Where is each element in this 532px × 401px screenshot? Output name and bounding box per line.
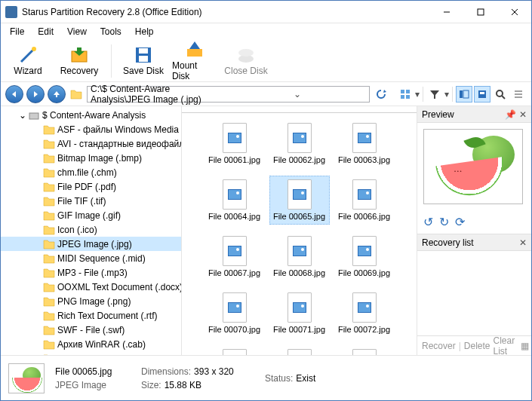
tree-item[interactable]: File TIF (.tif) [1, 194, 181, 208]
file-item[interactable]: File 00073.jpg [204, 345, 265, 355]
filter-button[interactable] [426, 86, 443, 103]
refresh-button[interactable] [373, 86, 389, 103]
tree-item[interactable]: chm.file (.chm) [1, 165, 181, 179]
tree-item-label: SWF - File (.swf) [57, 325, 125, 335]
preview-image: • • • [423, 129, 523, 204]
menu-edit[interactable]: Edit [32, 25, 60, 38]
file-item[interactable]: File 00061.jpg [204, 119, 265, 168]
view-buttons: ▾ ▾ [397, 86, 527, 103]
file-thumbnail [223, 236, 247, 266]
tree-item[interactable]: PNG Image (.png) [1, 294, 181, 308]
dim-value: 393 x 320 [194, 366, 234, 377]
tree-item-label: MIDI Sequence (.mid) [57, 253, 146, 264]
file-item[interactable]: File 00064.jpg [204, 176, 265, 225]
recovery-list[interactable] [417, 251, 531, 335]
back-button[interactable] [5, 85, 23, 103]
search-button[interactable] [492, 86, 509, 103]
file-item[interactable]: File 00063.jpg [334, 119, 395, 168]
close-recoverylist-icon[interactable]: ✕ [519, 237, 527, 248]
size-value: 15.88 KB [165, 380, 201, 390]
view-dropdown[interactable]: ▾ [415, 89, 420, 99]
listview-icon[interactable]: ▦ [521, 341, 529, 351]
panel-preview-toggle[interactable] [474, 86, 490, 103]
rotate-right-icon[interactable]: ↻ [439, 215, 449, 229]
svg-line-29 [502, 96, 505, 99]
file-item[interactable]: File 00066.jpg [334, 176, 395, 225]
file-item[interactable]: File 00068.jpg [269, 232, 330, 281]
menu-file[interactable]: File [4, 25, 30, 38]
collapse-icon[interactable]: ⌄ [17, 110, 28, 121]
clearlist-button[interactable]: Clear List [494, 335, 515, 356]
file-item[interactable]: File 00065.jpg [269, 176, 330, 225]
recovery-label: Recovery [60, 66, 99, 76]
forward-button[interactable] [26, 85, 45, 103]
svg-rect-9 [139, 48, 148, 54]
file-item[interactable]: File 00070.jpg [204, 289, 265, 338]
file-item[interactable]: File 00069.jpg [334, 232, 395, 281]
mountdisk-button[interactable]: Mount Disk [172, 41, 217, 81]
tree-item[interactable]: MP3 - File (.mp3) [1, 265, 181, 280]
tree-item[interactable]: Архив WinRAR (.cab) [1, 337, 181, 351]
minimize-button[interactable] [429, 1, 463, 23]
file-thumbnail [288, 123, 312, 153]
folder-icon [43, 152, 55, 164]
tree-item[interactable]: GIF Image (.gif) [1, 208, 181, 222]
pin-icon[interactable]: 📌 [505, 109, 516, 120]
folder-icon [43, 353, 55, 356]
up-button[interactable] [48, 85, 66, 103]
file-item[interactable]: File 00071.jpg [269, 289, 330, 338]
tree-item[interactable]: SWF - File (.swf) [1, 323, 181, 337]
svg-marker-16 [34, 91, 38, 97]
tree-item[interactable]: OOXML Text Document (.docx) [1, 280, 181, 294]
tree-root[interactable]: ⌄ $ Content-Aware Analysis [1, 108, 181, 122]
folder-icon [43, 124, 55, 136]
panel-tree-toggle[interactable] [456, 86, 472, 103]
file-grid[interactable]: File 00061.jpgFile 00062.jpgFile 00063.j… [182, 112, 417, 355]
tree-item[interactable]: Rich Text Document (.rtf) [1, 308, 181, 323]
close-panel-icon[interactable]: ✕ [519, 109, 527, 120]
tree-item-label: PNG Image (.png) [57, 296, 131, 307]
menu-tools[interactable]: Tools [94, 25, 128, 38]
tree-item-label: GIF Image (.gif) [57, 210, 121, 221]
file-item[interactable]: File 00075.jpg [334, 345, 395, 355]
closedisk-label: Close Disk [224, 66, 267, 76]
view-largeicons-button[interactable] [397, 86, 414, 103]
delete-button[interactable]: Delete [464, 341, 490, 351]
refresh-preview-icon[interactable]: ⟳ [455, 215, 465, 229]
filter-dropdown[interactable]: ▾ [444, 89, 449, 99]
file-item[interactable]: File 00067.jpg [204, 232, 265, 281]
tree-item-label: Архив WinRAR (.gz) [57, 354, 140, 356]
tree-item[interactable]: Bitmap Image (.bmp) [1, 151, 181, 165]
folder-icon [43, 238, 55, 250]
tree-item[interactable]: MIDI Sequence (.mid) [1, 251, 181, 265]
menu-help[interactable]: Help [129, 25, 160, 38]
tree-item[interactable]: JPEG Image (.jpg) [1, 237, 181, 251]
rotate-left-icon[interactable]: ↺ [423, 215, 433, 229]
file-item[interactable]: File 00072.jpg [334, 289, 395, 338]
tree-item[interactable]: ASF - файлы Windows Media ( [1, 122, 181, 136]
folder-tree[interactable]: ⌄ $ Content-Aware Analysis ASF - файлы W… [1, 106, 182, 355]
maximize-button[interactable] [463, 1, 497, 23]
chevron-down-icon[interactable]: ⌄ [229, 89, 367, 99]
tree-item[interactable]: File PDF (.pdf) [1, 179, 181, 194]
tree-item[interactable]: Архив WinRAR (.gz) [1, 351, 181, 355]
tree-item-label: chm.file (.chm) [57, 167, 117, 178]
file-item[interactable]: File 00074.jpg [269, 345, 330, 355]
window-titlebar: Starus Partition Recovery 2.8 (Office Ed… [1, 1, 531, 23]
recovery-footer: Recover | Delete Clear List ▦ [417, 335, 531, 355]
file-item[interactable]: File 00062.jpg [269, 119, 330, 168]
recovery-button[interactable]: Recovery [57, 41, 102, 81]
options-button[interactable] [510, 86, 527, 103]
close-button[interactable] [497, 1, 531, 23]
recover-button[interactable]: Recover [422, 341, 456, 351]
tree-item[interactable]: AVI - стандартные видеофайл [1, 136, 181, 151]
menu-view[interactable]: View [61, 25, 93, 38]
window-title: Starus Partition Recovery 2.8 (Office Ed… [22, 7, 429, 17]
address-bar[interactable]: C:\$ Content-Aware Analysis\JPEG Image (… [87, 86, 370, 103]
size-label: Size: [141, 380, 161, 390]
menubar: File Edit View Tools Help [1, 23, 531, 40]
tree-item[interactable]: Icon (.ico) [1, 222, 181, 237]
dim-label: Dimensions: [141, 366, 191, 377]
savedisk-button[interactable]: Save Disk [121, 41, 166, 81]
wizard-button[interactable]: Wizard [5, 41, 51, 81]
